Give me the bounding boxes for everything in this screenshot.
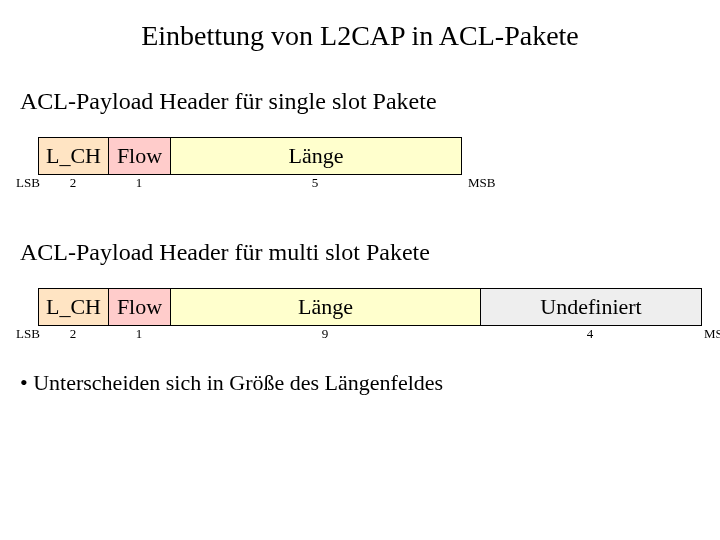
single-bits-len: 5 [312,175,319,191]
multi-field-flow: Flow [109,289,171,325]
multi-lsb-label: LSB [16,326,40,342]
multi-field-lch: L_CH [39,289,109,325]
multi-bits-und: 4 [587,326,594,342]
multi-bits-lch: 2 [70,326,77,342]
multi-bits-len: 9 [322,326,329,342]
single-lsb-label: LSB [16,175,40,191]
page-title: Einbettung von L2CAP in ACL-Pakete [16,20,704,52]
multi-header-box: L_CH Flow Länge Undefiniert [38,288,702,326]
single-subtitle: ACL-Payload Header für single slot Paket… [20,88,704,115]
multi-bits-flow: 1 [136,326,143,342]
single-msb-label: MSB [468,175,495,191]
single-bits-flow: 1 [136,175,143,191]
single-field-lch: L_CH [39,138,109,174]
multi-subtitle: ACL-Payload Header für multi slot Pakete [20,239,704,266]
multi-header-diagram: L_CH Flow Länge Undefiniert LSB 2 1 9 4 … [38,288,704,346]
bullet-note: Unterscheiden sich in Größe des Längenfe… [20,370,704,396]
single-field-len: Länge [171,138,461,174]
single-bits-lch: 2 [70,175,77,191]
multi-field-len: Länge [171,289,481,325]
multi-field-und: Undefiniert [481,289,701,325]
single-header-box: L_CH Flow Länge [38,137,462,175]
multi-msb-label: MSB [704,326,720,342]
single-field-flow: Flow [109,138,171,174]
single-header-diagram: L_CH Flow Länge LSB 2 1 5 MSB [38,137,704,195]
